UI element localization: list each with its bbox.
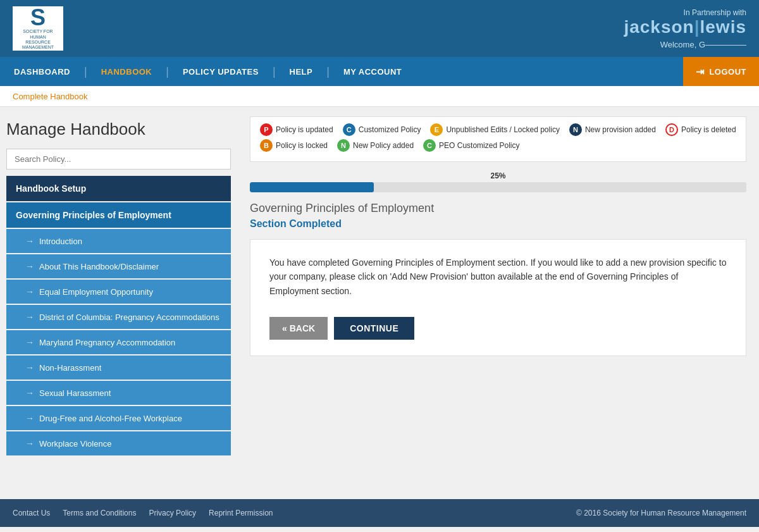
logout-icon: ⇥ [696,66,705,78]
arrow-icon: → [25,312,34,322]
sidebar-item-handbook-setup[interactable]: Handbook Setup [6,176,231,201]
legend-label: Unpublished Edits / Locked policy [446,125,559,134]
nav-my-account[interactable]: MY ACCOUNT [330,57,416,86]
nav-handbook[interactable]: HANDBOOK [87,57,166,86]
completion-message: You have completed Governing Principles … [269,256,727,298]
right-content: P Policy is updated C Customized Policy … [237,107,759,499]
legend-label: Policy is updated [276,125,333,134]
footer-copyright: © 2016 Society for Human Resource Manage… [576,509,746,517]
partner-divider: | [694,17,700,37]
legend-area: P Policy is updated C Customized Policy … [250,116,746,162]
legend-label: PEO Customized Policy [439,141,519,150]
badge-e: E [430,123,443,136]
shrm-subtext: SOCIETY FOR HUMANRESOURCE MANAGEMENT [16,29,60,51]
legend-policy-updated: P Policy is updated [260,123,333,136]
footer: Contact Us Terms and Conditions Privacy … [0,499,759,527]
sidebar-item-sexual-harassment[interactable]: → Sexual Harassment [6,381,231,405]
sidebar-item-about-handbook[interactable]: → About This Handbook/Disclaimer [6,254,231,278]
main-nav: DASHBOARD | HANDBOOK | POLICY UPDATES | … [0,57,759,86]
breadcrumb-bar: Complete Handbook [0,86,759,107]
main-content: Manage Handbook Handbook Setup Governing… [0,107,759,499]
badge-p: P [260,123,273,136]
shrm-logo: S SOCIETY FOR HUMANRESOURCE MANAGEMENT [13,6,63,51]
arrow-icon: → [25,261,34,271]
footer-reprint[interactable]: Reprint Permission [209,509,273,517]
logo-area: S SOCIETY FOR HUMANRESOURCE MANAGEMENT [13,6,63,51]
legend-row-2: B Policy is locked N New Policy added C … [260,139,736,152]
content-box: You have completed Governing Principles … [250,239,746,356]
legend-customized: C Customized Policy [343,123,421,136]
nav-dashboard[interactable]: DASHBOARD [0,57,84,86]
footer-terms[interactable]: Terms and Conditions [63,509,136,517]
logout-label: LOGOUT [709,67,746,77]
badge-n-green: N [337,139,350,152]
logout-button[interactable]: ⇥ LOGOUT [683,57,759,86]
progress-label: 25% [250,171,746,180]
badge-n-dark: N [569,123,582,136]
breadcrumb[interactable]: Complete Handbook [13,92,88,101]
sidebar-item-governing-principles[interactable]: Governing Principles of Employment [6,202,231,228]
shrm-s-letter: S [30,6,46,29]
legend-label: Policy is deleted [681,125,736,134]
badge-c-green: C [423,139,436,152]
badge-b: B [260,139,273,152]
progress-bar-background [250,182,746,192]
footer-privacy[interactable]: Privacy Policy [149,509,196,517]
sidebar-item-label: Maryland Pregnancy Accommodation [39,338,175,347]
legend-unpublished: E Unpublished Edits / Locked policy [430,123,559,136]
sidebar-item-maryland-pregnancy[interactable]: → Maryland Pregnancy Accommodation [6,330,231,354]
arrow-icon: → [25,287,34,297]
partner-label: In Partnership with [624,8,746,17]
sidebar-item-label: Sexual Harassment [39,388,111,398]
arrow-icon: → [25,362,34,373]
search-input[interactable] [6,149,231,170]
section-completed-label: Section Completed [250,218,746,230]
nav-help[interactable]: HELP [276,57,327,86]
sidebar: Manage Handbook Handbook Setup Governing… [0,107,237,499]
badge-d: D [665,123,678,136]
sidebar-item-dc-pregnancy[interactable]: → District of Columbia: Pregnancy Accomm… [6,305,231,329]
sidebar-item-drug-free[interactable]: → Drug-Free and Alcohol-Free Workplace [6,406,231,430]
sidebar-item-equal-employment[interactable]: → Equal Employment Opportunity [6,280,231,304]
button-area: « BACK CONTINUE [269,317,727,340]
partner-logo: jackson|lewis [624,17,746,37]
sidebar-item-label: Non-Harassment [39,363,101,373]
legend-label: Policy is locked [276,141,328,150]
legend-new-provision: N New provision added [569,123,656,136]
arrow-icon: → [25,388,34,398]
progress-bar-fill [250,182,374,192]
sidebar-item-label: Drug-Free and Alcohol-Free Workplace [39,414,182,423]
section-title: Governing Principles of Employment [250,202,746,215]
legend-label: New Policy added [353,141,414,150]
footer-contact[interactable]: Contact Us [13,509,50,517]
sidebar-item-label: District of Columbia: Pregnancy Accommod… [39,312,219,322]
arrow-icon: → [25,337,34,347]
sidebar-item-label: About This Handbook/Disclaimer [39,262,159,271]
legend-peo-customized: C PEO Customized Policy [423,139,519,152]
footer-links: Contact Us Terms and Conditions Privacy … [13,509,273,517]
sidebar-item-workplace-violence[interactable]: → Workplace Violence [6,431,231,455]
legend-label: New provision added [585,125,656,134]
legend-new-policy: N New Policy added [337,139,414,152]
sidebar-item-label: Workplace Violence [39,439,111,448]
badge-c: C [343,123,355,136]
nav-policy-updates[interactable]: POLICY UPDATES [169,57,273,86]
legend-label: Customized Policy [359,125,421,134]
sidebar-item-label: Equal Employment Opportunity [39,287,153,297]
arrow-icon: → [25,413,34,423]
jackson-text: jackson [624,17,694,37]
sidebar-item-label: Introduction [39,237,82,246]
page-title: Manage Handbook [6,120,231,139]
sidebar-item-introduction[interactable]: → Introduction [6,229,231,253]
legend-policy-locked: B Policy is locked [260,139,328,152]
sidebar-item-non-harassment[interactable]: → Non-Harassment [6,356,231,380]
progress-container: 25% [250,171,746,192]
continue-button[interactable]: CONTINUE [334,317,414,340]
top-header: S SOCIETY FOR HUMANRESOURCE MANAGEMENT I… [0,0,759,57]
arrow-icon: → [25,438,34,448]
partner-area: In Partnership with jackson|lewis Welcom… [624,8,746,49]
back-button[interactable]: « BACK [269,317,328,340]
welcome-text: Welcome, G――――― [624,40,746,49]
legend-row-1: P Policy is updated C Customized Policy … [260,123,736,136]
arrow-icon: → [25,236,34,246]
